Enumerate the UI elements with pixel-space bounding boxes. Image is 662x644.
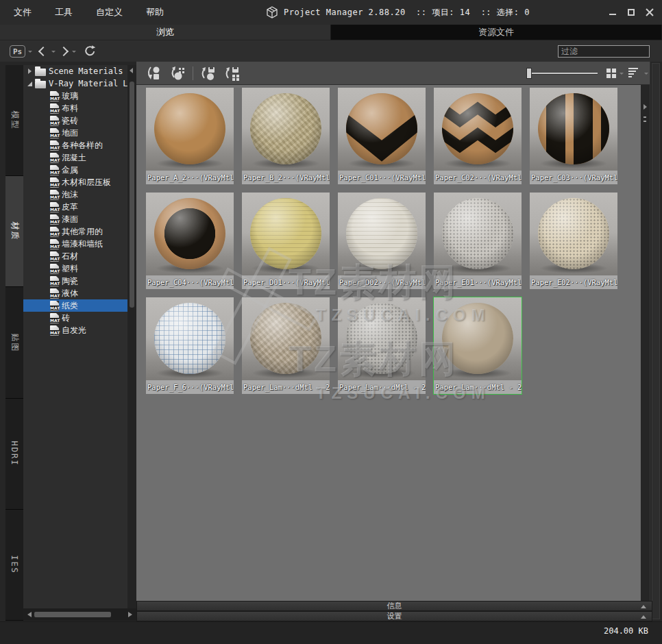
material-name: Paper_Lam···dMtl - 2) <box>338 380 426 394</box>
category-tab[interactable]: 模型 <box>5 65 23 176</box>
maximize-icon[interactable] <box>627 8 635 16</box>
tree-item-icon: MAT <box>50 251 59 262</box>
mat-icon-label: MAT <box>50 232 59 236</box>
tree-item-label: 布料 <box>62 103 78 114</box>
filter-input[interactable] <box>558 45 650 58</box>
tree-item[interactable]: MAT 塑料 <box>23 262 127 275</box>
get-material-from-scene-icon[interactable] <box>145 64 162 82</box>
material-thumbnail[interactable]: Paper_C04···(VRayMtl) <box>146 193 234 289</box>
tree-item[interactable]: MAT 漆面 <box>23 213 127 225</box>
scroll-right-icon[interactable] <box>128 612 132 617</box>
tree-item[interactable]: MAT 液体 <box>23 287 127 299</box>
back-dropdown-icon[interactable] <box>51 51 56 53</box>
tree-item[interactable]: MAT 砖 <box>23 312 127 324</box>
tree-item[interactable]: MAT 其他常用的 <box>23 225 127 238</box>
material-thumbnail[interactable]: Paper_E02···(VRayMtl) <box>530 193 617 289</box>
thumbnail-size-slider[interactable] <box>526 73 598 74</box>
material-thumbnail[interactable]: Paper_C02···(VRayMtl) <box>434 88 522 184</box>
tree-item[interactable]: MAT 墙漆和墙纸 <box>23 238 127 250</box>
collapse-panel-right-icon[interactable] <box>643 104 647 110</box>
hscroll-thumb[interactable] <box>34 612 111 617</box>
tree-item-icon: MAT <box>50 140 59 151</box>
tree-item[interactable]: MAT Scene Materials <box>23 65 127 77</box>
tree-item[interactable]: MAT V-Ray Material Libra <box>23 77 127 90</box>
thumbnail-size-slider-thumb[interactable] <box>526 68 532 79</box>
refresh-icon[interactable] <box>84 45 97 58</box>
menu-item[interactable]: 文件 <box>11 5 34 20</box>
tree-item[interactable]: MAT 地面 <box>23 127 127 139</box>
material-preview <box>338 88 426 171</box>
forward-icon[interactable] <box>59 47 69 56</box>
sort-icon[interactable] <box>628 68 638 77</box>
tree-item[interactable]: MAT 陶瓷 <box>23 275 127 287</box>
main-tab[interactable]: 资源文件 <box>331 25 662 40</box>
tree-horizontal-scrollbar[interactable] <box>23 608 136 621</box>
expand-arrow-icon[interactable] <box>26 67 34 75</box>
material-thumbnail[interactable]: Paper_Lam···dMtl - 2) <box>242 297 330 394</box>
tree-item-label: 皮革 <box>62 201 78 213</box>
category-tab[interactable]: HDRI <box>5 399 23 510</box>
material-thumbnail[interactable]: Paper_C03···(VRayMtl) <box>530 88 617 184</box>
tree-item[interactable]: MAT 瓷砖 <box>23 114 127 127</box>
material-thumbnail[interactable]: Paper_B_2···(VRayMtl) <box>242 88 330 184</box>
rollout-expand-icon[interactable] <box>641 605 646 608</box>
tree-item[interactable]: MAT 布料 <box>23 102 127 114</box>
material-thumbnail[interactable]: Paper_C01···(VRayMtl) <box>338 88 426 184</box>
category-tab[interactable]: IES <box>5 510 23 621</box>
tree-item-icon: MAT <box>35 81 46 88</box>
photoshop-button[interactable]: Ps <box>10 45 25 58</box>
material-thumbnail[interactable]: Paper_A_2···(VRayMtl) <box>146 88 234 184</box>
category-tab[interactable]: 材质 <box>5 176 23 287</box>
material-name: Paper_Lam···dMtl - 2) <box>434 380 522 394</box>
photoshop-dropdown-icon[interactable] <box>28 51 32 53</box>
back-icon[interactable] <box>38 47 48 56</box>
tree-item[interactable]: MAT 石材 <box>23 250 127 262</box>
render-all-thumbnails-icon[interactable] <box>223 64 241 82</box>
tree-item[interactable]: MAT 纸类 <box>23 299 127 312</box>
sort-dropdown-icon[interactable] <box>644 73 648 75</box>
material-sphere <box>346 93 417 164</box>
forward-dropdown-icon[interactable] <box>72 51 76 53</box>
scroll-left-icon[interactable] <box>27 612 32 617</box>
main-tab[interactable]: 浏览 <box>0 25 331 40</box>
expand-arrow-icon[interactable] <box>26 79 34 88</box>
material-thumbnail[interactable]: Paper_Lam···dMtl - 2) <box>434 297 522 394</box>
material-thumbnail[interactable]: Paper_Lam···dMtl - 2) <box>338 297 426 394</box>
tree-item[interactable]: MAT 皮革 <box>23 201 127 213</box>
tree-item[interactable]: MAT 自发光 <box>23 324 127 336</box>
canvas-scrollbar[interactable] <box>650 62 662 622</box>
tree-scrollbar[interactable] <box>127 65 136 608</box>
rollout-expand-icon[interactable] <box>641 615 646 619</box>
material-thumbnail[interactable]: Paper_D01···(VRayMtl) <box>242 193 330 289</box>
tree-item[interactable]: MAT 各种各样的 <box>23 139 127 151</box>
material-thumbnail[interactable]: Paper_F_6···(VRayMtl) <box>146 297 234 394</box>
get-all-materials-icon[interactable] <box>169 64 186 82</box>
collapse-panel-left-icon[interactable] <box>130 68 133 73</box>
menu-item[interactable]: 工具 <box>52 5 75 20</box>
minimize-icon[interactable] <box>609 8 617 16</box>
canvas-scrollbar-rail[interactable] <box>652 63 660 619</box>
menu-item[interactable]: 自定义 <box>93 5 125 20</box>
tree-item[interactable]: MAT 混凝土 <box>23 151 127 164</box>
tree-item[interactable]: MAT 玻璃 <box>23 90 127 102</box>
tree-item[interactable]: MAT 木材和层压板 <box>23 176 127 188</box>
mat-icon-label: MAT <box>50 293 59 298</box>
category-tab[interactable]: 贴图 <box>5 287 23 398</box>
material-thumbnail[interactable]: Paper_E01···(VRayMtl) <box>434 193 522 289</box>
view-mode-dropdown-icon[interactable] <box>620 73 624 75</box>
tree-item[interactable]: MAT 泡沫 <box>23 188 127 201</box>
view-mode-icon[interactable] <box>606 69 616 78</box>
rollout-bar[interactable]: 设置 <box>136 611 652 621</box>
material-thumbnail[interactable]: Paper_D02···(VRayMtl) <box>338 193 426 289</box>
material-preview <box>242 88 330 171</box>
rollout-bar[interactable]: 信息 <box>136 601 652 611</box>
mat-icon-label: MAT <box>50 244 59 249</box>
material-preview <box>434 193 522 275</box>
close-icon[interactable] <box>646 8 654 16</box>
render-thumbnail-icon[interactable] <box>199 64 217 82</box>
mat-icon-label: MAT <box>50 318 59 323</box>
tree-item[interactable]: MAT 金属 <box>23 164 127 176</box>
menu-item[interactable]: 帮助 <box>143 5 167 20</box>
tree-scrollbar-thumb[interactable] <box>130 82 134 308</box>
tree-item-icon: MAT <box>50 313 59 323</box>
